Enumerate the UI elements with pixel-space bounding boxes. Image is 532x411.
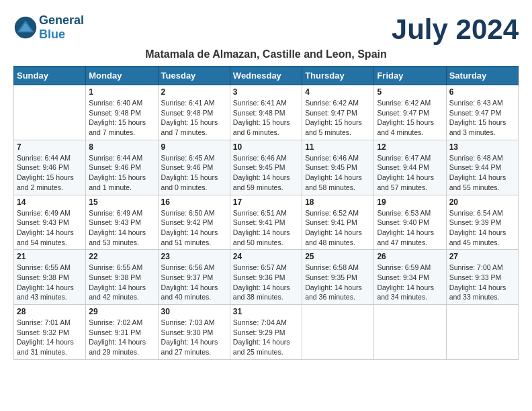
day-number: 5 xyxy=(377,87,443,97)
day-cell: 13Sunrise: 6:48 AM Sunset: 9:44 PM Dayli… xyxy=(446,140,518,195)
day-cell: 1Sunrise: 6:40 AM Sunset: 9:48 PM Daylig… xyxy=(86,85,158,140)
day-cell: 31Sunrise: 7:04 AM Sunset: 9:29 PM Dayli… xyxy=(230,305,302,360)
day-cell: 16Sunrise: 6:50 AM Sunset: 9:42 PM Dayli… xyxy=(158,195,230,250)
day-cell xyxy=(446,305,518,360)
day-number: 17 xyxy=(233,197,299,207)
logo-general-text: General xyxy=(39,13,84,27)
week-row-4: 21Sunrise: 6:55 AM Sunset: 9:38 PM Dayli… xyxy=(14,250,519,305)
day-number: 3 xyxy=(233,87,299,97)
day-cell: 10Sunrise: 6:46 AM Sunset: 9:45 PM Dayli… xyxy=(230,140,302,195)
day-cell: 5Sunrise: 6:42 AM Sunset: 9:47 PM Daylig… xyxy=(374,85,446,140)
day-cell: 26Sunrise: 6:59 AM Sunset: 9:34 PM Dayli… xyxy=(374,250,446,305)
day-cell: 18Sunrise: 6:52 AM Sunset: 9:41 PM Dayli… xyxy=(302,195,374,250)
logo-blue-text: Blue xyxy=(39,28,65,41)
calendar-body: 1Sunrise: 6:40 AM Sunset: 9:48 PM Daylig… xyxy=(14,85,519,360)
day-number: 27 xyxy=(449,252,515,261)
day-cell: 6Sunrise: 6:43 AM Sunset: 9:47 PM Daylig… xyxy=(446,85,518,140)
day-info: Sunrise: 6:41 AM Sunset: 9:48 PM Dayligh… xyxy=(161,98,227,138)
day-number: 16 xyxy=(161,197,227,207)
day-info: Sunrise: 6:42 AM Sunset: 9:47 PM Dayligh… xyxy=(377,98,443,138)
day-info: Sunrise: 6:41 AM Sunset: 9:48 PM Dayligh… xyxy=(233,98,299,138)
day-number: 12 xyxy=(377,142,443,152)
day-info: Sunrise: 6:48 AM Sunset: 9:44 PM Dayligh… xyxy=(449,153,515,193)
day-number: 8 xyxy=(89,142,154,152)
day-number: 28 xyxy=(17,307,83,316)
day-cell xyxy=(14,85,86,140)
weekday-tuesday: Tuesday xyxy=(158,66,230,85)
day-info: Sunrise: 7:01 AM Sunset: 9:32 PM Dayligh… xyxy=(17,318,83,357)
day-info: Sunrise: 6:55 AM Sunset: 9:38 PM Dayligh… xyxy=(89,263,154,302)
day-cell: 7Sunrise: 6:44 AM Sunset: 9:46 PM Daylig… xyxy=(14,140,86,195)
day-number: 6 xyxy=(449,87,515,97)
day-info: Sunrise: 6:51 AM Sunset: 9:41 PM Dayligh… xyxy=(233,208,299,248)
day-cell: 14Sunrise: 6:49 AM Sunset: 9:43 PM Dayli… xyxy=(14,195,86,250)
day-cell: 3Sunrise: 6:41 AM Sunset: 9:48 PM Daylig… xyxy=(230,85,302,140)
day-number: 30 xyxy=(161,307,227,316)
day-info: Sunrise: 6:50 AM Sunset: 9:42 PM Dayligh… xyxy=(161,208,227,248)
calendar-table: SundayMondayTuesdayWednesdayThursdayFrid… xyxy=(13,66,519,360)
day-number: 26 xyxy=(377,252,443,261)
day-info: Sunrise: 6:44 AM Sunset: 9:46 PM Dayligh… xyxy=(89,153,154,193)
weekday-friday: Friday xyxy=(374,66,446,85)
day-number: 7 xyxy=(17,142,83,152)
location-title: Matamala de Almazan, Castille and Leon, … xyxy=(13,48,519,60)
day-info: Sunrise: 6:47 AM Sunset: 9:44 PM Dayligh… xyxy=(377,153,443,193)
weekday-saturday: Saturday xyxy=(446,66,518,85)
day-number: 9 xyxy=(161,142,227,152)
day-number: 2 xyxy=(161,87,227,97)
logo: General Blue xyxy=(13,13,84,42)
day-info: Sunrise: 6:56 AM Sunset: 9:37 PM Dayligh… xyxy=(161,263,227,302)
day-number: 15 xyxy=(89,197,154,207)
week-row-2: 7Sunrise: 6:44 AM Sunset: 9:46 PM Daylig… xyxy=(14,140,519,195)
day-info: Sunrise: 7:02 AM Sunset: 9:31 PM Dayligh… xyxy=(89,318,154,357)
day-cell: 21Sunrise: 6:55 AM Sunset: 9:38 PM Dayli… xyxy=(14,250,86,305)
day-cell: 19Sunrise: 6:53 AM Sunset: 9:40 PM Dayli… xyxy=(374,195,446,250)
day-info: Sunrise: 6:58 AM Sunset: 9:35 PM Dayligh… xyxy=(305,263,371,302)
day-cell: 9Sunrise: 6:45 AM Sunset: 9:46 PM Daylig… xyxy=(158,140,230,195)
weekday-wednesday: Wednesday xyxy=(230,66,302,85)
day-info: Sunrise: 6:59 AM Sunset: 9:34 PM Dayligh… xyxy=(377,263,443,302)
day-cell: 12Sunrise: 6:47 AM Sunset: 9:44 PM Dayli… xyxy=(374,140,446,195)
day-number: 4 xyxy=(305,87,371,97)
weekday-sunday: Sunday xyxy=(14,66,86,85)
day-number: 24 xyxy=(233,252,299,261)
day-info: Sunrise: 6:40 AM Sunset: 9:48 PM Dayligh… xyxy=(89,98,154,138)
day-info: Sunrise: 6:42 AM Sunset: 9:47 PM Dayligh… xyxy=(305,98,371,138)
day-cell: 24Sunrise: 6:57 AM Sunset: 9:36 PM Dayli… xyxy=(230,250,302,305)
day-number: 14 xyxy=(17,197,83,207)
day-cell: 22Sunrise: 6:55 AM Sunset: 9:38 PM Dayli… xyxy=(86,250,158,305)
day-number: 13 xyxy=(449,142,515,152)
day-number: 18 xyxy=(305,197,371,207)
day-cell: 23Sunrise: 6:56 AM Sunset: 9:37 PM Dayli… xyxy=(158,250,230,305)
day-cell: 4Sunrise: 6:42 AM Sunset: 9:47 PM Daylig… xyxy=(302,85,374,140)
day-cell: 25Sunrise: 6:58 AM Sunset: 9:35 PM Dayli… xyxy=(302,250,374,305)
day-number: 29 xyxy=(89,307,154,316)
day-number: 11 xyxy=(305,142,371,152)
day-number: 25 xyxy=(305,252,371,261)
day-cell: 15Sunrise: 6:49 AM Sunset: 9:43 PM Dayli… xyxy=(86,195,158,250)
day-cell: 8Sunrise: 6:44 AM Sunset: 9:46 PM Daylig… xyxy=(86,140,158,195)
day-info: Sunrise: 6:46 AM Sunset: 9:45 PM Dayligh… xyxy=(233,153,299,193)
weekday-thursday: Thursday xyxy=(302,66,374,85)
day-info: Sunrise: 6:57 AM Sunset: 9:36 PM Dayligh… xyxy=(233,263,299,302)
week-row-1: 1Sunrise: 6:40 AM Sunset: 9:48 PM Daylig… xyxy=(14,85,519,140)
day-number: 10 xyxy=(233,142,299,152)
day-cell: 29Sunrise: 7:02 AM Sunset: 9:31 PM Dayli… xyxy=(86,305,158,360)
day-cell: 30Sunrise: 7:03 AM Sunset: 9:30 PM Dayli… xyxy=(158,305,230,360)
day-info: Sunrise: 7:04 AM Sunset: 9:29 PM Dayligh… xyxy=(233,318,299,357)
day-cell: 28Sunrise: 7:01 AM Sunset: 9:32 PM Dayli… xyxy=(14,305,86,360)
day-info: Sunrise: 7:03 AM Sunset: 9:30 PM Dayligh… xyxy=(161,318,227,357)
day-info: Sunrise: 6:44 AM Sunset: 9:46 PM Dayligh… xyxy=(17,153,83,193)
day-info: Sunrise: 6:45 AM Sunset: 9:46 PM Dayligh… xyxy=(161,153,227,193)
day-cell: 17Sunrise: 6:51 AM Sunset: 9:41 PM Dayli… xyxy=(230,195,302,250)
month-title: July 2024 xyxy=(392,13,519,46)
day-info: Sunrise: 6:53 AM Sunset: 9:40 PM Dayligh… xyxy=(377,208,443,248)
day-info: Sunrise: 6:43 AM Sunset: 9:47 PM Dayligh… xyxy=(449,98,515,138)
week-row-3: 14Sunrise: 6:49 AM Sunset: 9:43 PM Dayli… xyxy=(14,195,519,250)
day-cell: 20Sunrise: 6:54 AM Sunset: 9:39 PM Dayli… xyxy=(446,195,518,250)
day-info: Sunrise: 6:49 AM Sunset: 9:43 PM Dayligh… xyxy=(89,208,154,248)
day-info: Sunrise: 7:00 AM Sunset: 9:33 PM Dayligh… xyxy=(449,263,515,302)
day-info: Sunrise: 6:49 AM Sunset: 9:43 PM Dayligh… xyxy=(17,208,83,248)
page-header: General Blue July 2024 xyxy=(13,13,519,46)
weekday-header-row: SundayMondayTuesdayWednesdayThursdayFrid… xyxy=(14,66,519,85)
